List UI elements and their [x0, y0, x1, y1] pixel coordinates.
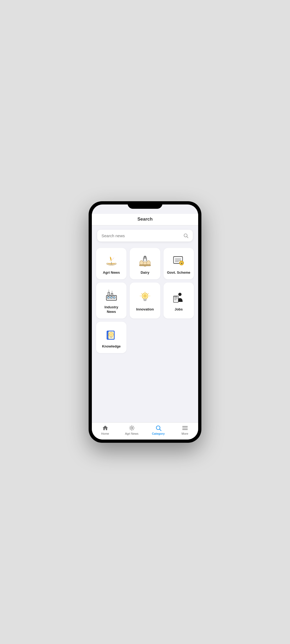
- screen-content: Search: [92, 204, 198, 422]
- innovation-label: Innovation: [136, 307, 154, 312]
- svg-point-51: [108, 332, 108, 333]
- nav-category-label: Category: [152, 432, 165, 435]
- svg-line-31: [144, 295, 144, 295]
- svg-rect-57: [110, 337, 112, 338]
- svg-line-34: [144, 297, 144, 297]
- svg-point-53: [108, 336, 108, 336]
- svg-line-39: [148, 293, 149, 294]
- svg-point-56: [110, 334, 112, 336]
- svg-rect-20: [111, 293, 113, 296]
- svg-point-54: [108, 337, 108, 338]
- jobs-label: Jobs: [175, 307, 183, 312]
- svg-line-71: [130, 429, 130, 430]
- category-card-innovation[interactable]: Innovation: [130, 283, 160, 319]
- nav-home[interactable]: Home: [92, 425, 118, 435]
- dairy-label: Dairy: [141, 270, 150, 275]
- nav-agri-news-label: Agri News: [125, 432, 138, 435]
- categories-grid: Agri News: [92, 246, 198, 357]
- search-icon: [183, 233, 189, 238]
- govt-scheme-icon: ★: [171, 253, 186, 268]
- svg-rect-5: [144, 256, 146, 257]
- spacer: [92, 357, 198, 422]
- svg-rect-23: [113, 297, 115, 298]
- govt-scheme-label: Govt. Scheme: [167, 270, 190, 275]
- knowledge-icon: [104, 327, 119, 342]
- svg-line-1: [187, 237, 188, 238]
- svg-text:JOBS: JOBS: [174, 296, 177, 297]
- svg-text:★: ★: [181, 262, 183, 265]
- nav-agri-news[interactable]: Agri News: [118, 425, 145, 435]
- nav-more[interactable]: More: [172, 425, 198, 435]
- svg-line-38: [141, 293, 142, 294]
- agri-news-icon: [104, 253, 119, 268]
- svg-rect-36: [144, 300, 146, 301]
- svg-line-73: [160, 429, 161, 431]
- category-nav-icon: [155, 425, 162, 431]
- svg-line-32: [146, 297, 146, 297]
- svg-rect-19: [108, 292, 110, 296]
- header-bar: Search: [92, 214, 198, 225]
- svg-line-60: [113, 333, 113, 334]
- svg-line-59: [109, 333, 110, 334]
- svg-point-26: [144, 295, 146, 297]
- svg-rect-22: [110, 297, 112, 298]
- home-icon: [102, 425, 108, 431]
- bottom-nav: Home Agri News: [92, 422, 198, 440]
- phone-screen: Search: [92, 204, 198, 440]
- nav-category[interactable]: Category: [145, 425, 172, 435]
- nav-home-label: Home: [101, 432, 109, 435]
- svg-rect-21: [107, 297, 109, 298]
- category-card-govt-scheme[interactable]: ★ Govt. Scheme: [164, 248, 194, 279]
- nav-more-label: More: [182, 432, 188, 435]
- innovation-icon: [138, 290, 152, 305]
- category-card-dairy[interactable]: Dairy: [130, 248, 160, 279]
- svg-line-70: [133, 426, 133, 427]
- svg-line-68: [130, 426, 130, 427]
- agri-news-label: Agri News: [103, 270, 120, 275]
- phone-frame: Search: [89, 201, 201, 443]
- search-section: [92, 225, 198, 246]
- svg-rect-10: [139, 265, 151, 266]
- agri-news-nav-icon: [129, 425, 135, 431]
- category-card-jobs[interactable]: JOBS Jobs: [164, 283, 194, 319]
- category-card-agri-news[interactable]: Agri News: [96, 248, 126, 279]
- notch: [128, 201, 162, 209]
- search-box[interactable]: [97, 230, 193, 241]
- page-title: Search: [137, 217, 153, 222]
- svg-line-33: [146, 295, 146, 295]
- industry-news-label: Industry News: [104, 305, 118, 314]
- search-input[interactable]: [102, 233, 183, 238]
- category-card-industry-news[interactable]: Industry News: [96, 283, 126, 319]
- knowledge-label: Knowledge: [102, 344, 121, 349]
- svg-point-63: [131, 427, 133, 429]
- more-nav-icon: [182, 425, 188, 431]
- industry-news-icon: [104, 288, 119, 302]
- svg-point-42: [178, 293, 182, 296]
- dairy-icon: [138, 253, 152, 268]
- svg-line-69: [133, 429, 133, 430]
- category-card-knowledge[interactable]: Knowledge: [96, 322, 126, 353]
- jobs-icon: JOBS: [171, 290, 186, 305]
